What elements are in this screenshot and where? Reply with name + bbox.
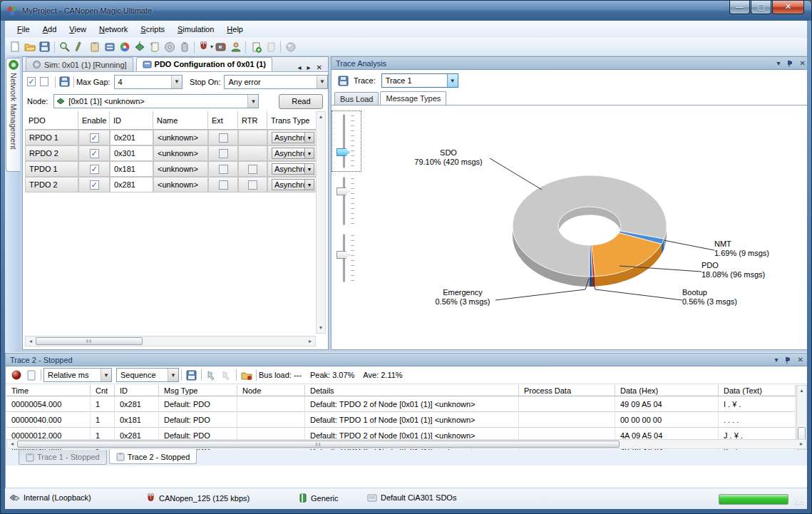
rtr-checkbox-cell[interactable] (238, 177, 267, 192)
rtr-checkbox[interactable] (248, 165, 257, 174)
ext-checkbox-cell[interactable] (208, 161, 238, 177)
tab-scroll-left-icon[interactable]: ◂ (295, 63, 304, 71)
trans-type-cell[interactable]: Asynchronous▼ (267, 161, 319, 177)
chevron-down-icon[interactable]: ▼ (304, 164, 314, 174)
chevron-down-icon[interactable]: ▼ (304, 148, 314, 158)
stop-on-combo[interactable]: Any error▼ (224, 75, 328, 89)
column-header[interactable]: ID (115, 385, 159, 396)
menu-file[interactable]: File (11, 23, 36, 36)
column-header[interactable]: Process Data (519, 385, 615, 396)
scroll-up-icon[interactable]: ▴ (317, 113, 325, 121)
maximize-button[interactable]: ▢ (751, 1, 771, 14)
copy-selection-icon[interactable] (219, 368, 234, 382)
save-trace-icon[interactable] (336, 73, 351, 88)
scroll-left-icon[interactable]: ◂ (27, 337, 34, 346)
chevron-down-icon[interactable]: ▼ (304, 180, 314, 190)
trace-combo[interactable]: Trace 1▼ (381, 73, 458, 88)
ext-checkbox-cell[interactable] (208, 177, 238, 192)
trace-cell-details[interactable]: Default: TPDO 2 of Node [0x01 (1)] <unkn… (305, 396, 519, 412)
chevron-down-icon[interactable]: ▼ (304, 133, 314, 143)
menu-scripts[interactable]: Scripts (134, 23, 171, 36)
trace-analysis-header[interactable]: Trace Analysis ▾ ✕ (332, 57, 807, 70)
trace-cell-time[interactable]: 00000040.000 (6, 412, 91, 428)
column-header[interactable]: Msg Type (159, 385, 237, 396)
trans-type-dropdown[interactable]: Asynchronous▼ (272, 179, 314, 190)
chevron-down-icon[interactable]: ▼ (171, 76, 182, 88)
trace-cell-text[interactable]: I . ¥ . (719, 396, 796, 412)
menu-help[interactable]: Help (220, 23, 250, 36)
window-position-icon[interactable]: ▾ (777, 59, 781, 67)
status-protocol[interactable]: CANopen_125 (125 kbps) (146, 493, 250, 503)
user-icon[interactable] (228, 40, 243, 54)
export-trace-icon[interactable] (239, 368, 254, 382)
column-header[interactable]: PDO (25, 111, 78, 130)
battery-icon[interactable] (177, 40, 192, 54)
pdo-option-checkbox-1[interactable]: ✓ (27, 77, 36, 86)
sphere-icon[interactable] (283, 40, 298, 54)
enable-checkbox-cell[interactable]: ✓ (78, 177, 110, 192)
trace-cell-process_data[interactable] (519, 396, 615, 412)
close-panel-icon[interactable]: ✕ (800, 59, 806, 67)
save-pdo-icon[interactable] (58, 75, 71, 89)
trans-type-dropdown[interactable]: Asynchronous▼ (272, 148, 314, 159)
color-wheel-icon[interactable] (117, 40, 132, 54)
trace-dock-header[interactable]: Trace 2 - Stopped ▾ ✕ (6, 354, 807, 366)
trace-cell-time[interactable]: 00000054.000 (6, 396, 91, 412)
find-node-icon[interactable] (57, 40, 72, 54)
enable-checkbox-cell[interactable]: ✓ (78, 145, 110, 161)
trace-cell-id[interactable]: 0x281 (115, 396, 159, 412)
time-mode-combo[interactable]: Relative ms▼ (43, 368, 112, 382)
window-position-icon[interactable]: ▾ (775, 356, 778, 364)
network-card-icon[interactable] (132, 40, 147, 54)
enable-checkbox-cell[interactable]: ✓ (78, 130, 110, 145)
tab-trace-2[interactable]: Trace 2 - Stopped (109, 449, 197, 464)
column-header[interactable]: Name (153, 111, 208, 130)
status-sdo-defaults[interactable]: Default CiA301 SDOs (367, 493, 456, 502)
max-gap-combo[interactable]: 4▼ (114, 75, 183, 89)
column-header[interactable]: Enable (78, 111, 110, 130)
ext-checkbox[interactable] (219, 165, 228, 174)
column-header[interactable]: Node (237, 385, 305, 396)
copy-trace-icon[interactable] (204, 368, 219, 382)
trans-type-dropdown[interactable]: Asynchronous▼ (272, 163, 314, 175)
status-connection[interactable]: Internal (Loopback) (9, 493, 91, 502)
tab-bus-load[interactable]: Bus Load (334, 92, 379, 105)
new-document-icon[interactable] (7, 40, 22, 54)
trace-cell-text[interactable]: . . . . (719, 412, 796, 428)
magnet-connect-icon[interactable] (197, 40, 212, 54)
write-od-icon[interactable] (72, 40, 87, 54)
trans-type-cell[interactable]: Asynchronous▼ (267, 130, 319, 145)
id-cell[interactable]: 0x201 (110, 130, 153, 145)
close-panel-icon[interactable]: ✕ (798, 356, 803, 364)
trace-cell-hex[interactable]: 49 09 A5 04 (615, 396, 719, 412)
save-icon[interactable] (37, 40, 52, 54)
id-cell[interactable]: 0x181 (110, 161, 153, 177)
column-header[interactable]: Data (Text) (719, 385, 796, 396)
ext-checkbox[interactable] (219, 149, 228, 158)
chevron-down-icon[interactable]: ▼ (317, 76, 327, 88)
column-header[interactable]: Cnt (91, 385, 115, 396)
pin-icon[interactable] (785, 356, 791, 364)
id-cell[interactable]: 0x281 (110, 177, 153, 192)
trace-cell-cnt[interactable]: 1 (91, 412, 115, 428)
minimize-button[interactable]: — (729, 1, 750, 14)
script-add-icon[interactable] (248, 40, 263, 54)
chevron-down-icon[interactable]: ▼ (447, 74, 458, 87)
tab-scroll-right-icon[interactable]: ▸ (304, 63, 314, 71)
tab-pdo-configuration[interactable]: PDO Configuration of 0x01 (1) (136, 57, 272, 71)
record-icon[interactable] (9, 368, 24, 382)
ext-checkbox[interactable] (219, 133, 228, 143)
trace-cell-process_data[interactable] (519, 412, 615, 428)
rtr-checkbox-cell[interactable] (238, 161, 267, 177)
script-run-icon[interactable] (263, 40, 278, 54)
menu-network[interactable]: Network (93, 23, 134, 36)
eds-file-icon[interactable] (102, 40, 117, 54)
enable-checkbox-cell[interactable]: ✓ (78, 161, 110, 177)
script-icon[interactable] (147, 40, 162, 54)
tab-trace-1[interactable]: Trace 1 - Stopped (19, 450, 107, 465)
trace-cell-cnt[interactable]: 1 (91, 396, 115, 412)
pdo-vertical-scrollbar[interactable]: ▴ ▾ (316, 111, 326, 334)
status-device-type[interactable]: Generic (299, 493, 339, 503)
menu-view[interactable]: View (63, 23, 93, 36)
ext-checkbox-cell[interactable] (208, 145, 238, 161)
